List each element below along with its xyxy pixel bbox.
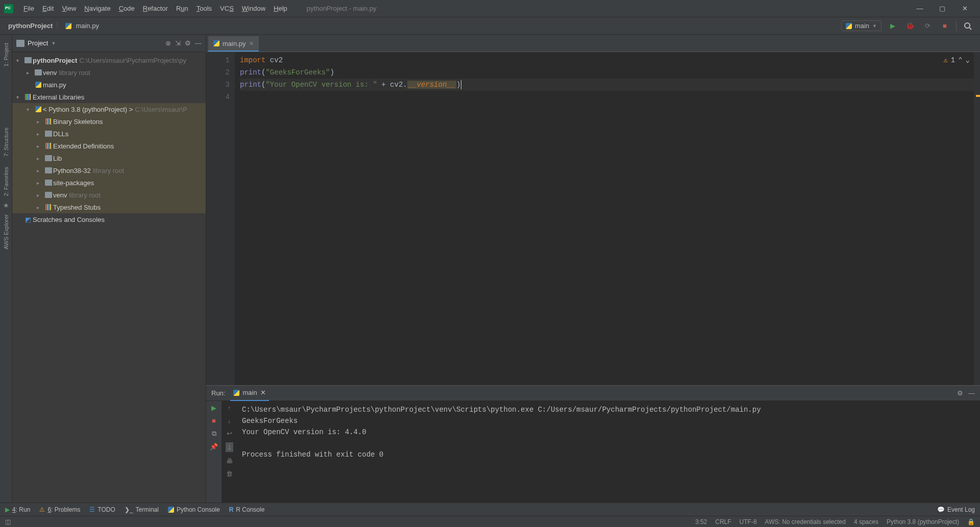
menu-help[interactable]: HelpHelp [270,5,291,12]
layout-button[interactable]: ⧉ [212,430,216,438]
status-caret[interactable]: 3:52 [695,518,707,525]
tree-item[interactable]: ▸venvlibrary root [12,189,206,201]
status-encoding[interactable]: UTF-8 [740,518,757,525]
status-aws[interactable]: AWS: No credentials selected [765,518,846,525]
stop-run-button[interactable]: ■ [212,417,216,424]
soft-wrap-icon[interactable]: ↩ [227,430,232,437]
breadcrumb-project[interactable]: pythonProject [6,22,55,30]
menu-code[interactable]: CodeCode [115,5,139,12]
menu-refactor[interactable]: RefactorRefactor [139,5,172,12]
tree-item[interactable]: ▸Extended Definitions [12,140,206,152]
tab-structure[interactable]: 7: Structure [3,128,9,157]
tree-mainpy[interactable]: main.py [12,79,206,91]
inspection-widget[interactable]: ⚠ 1 ⌃ ⌄ [943,54,970,66]
warning-marker[interactable] [976,95,980,97]
run-with-coverage-button[interactable]: ⟳ [921,20,934,32]
chevron-down-icon[interactable]: ▼ [51,41,56,46]
tree-item[interactable]: ▸Binary Skeletons [12,115,206,128]
gear-icon[interactable]: ⚙ [957,389,963,397]
run-action-toolbar: ▶ ■ ⧉ 📌 [206,401,222,503]
menu-edit[interactable]: EditEdit [38,5,58,12]
tab-problems[interactable]: ⚠6: 6: ProblemsProblems [39,506,80,513]
tab-r-console[interactable]: RR Console [229,506,265,513]
run-label: Run: [211,389,225,397]
gear-icon[interactable]: ⚙ [185,39,191,47]
status-line-sep[interactable]: CRLF [715,518,731,525]
tree-item[interactable]: ▸Lib [12,152,206,164]
hide-icon[interactable]: — [968,389,975,397]
maximize-button[interactable]: ▢ [931,0,953,17]
editor-tab-mainpy[interactable]: main.py ✕ [208,36,259,52]
python-file-icon [65,23,71,29]
run-config-selector[interactable]: main ▼ [841,20,881,31]
tree-scratches[interactable]: ▸ ◩ Scratches and Consoles [12,213,206,225]
close-button[interactable]: ✕ [953,0,976,17]
status-interpreter[interactable]: Python 3.8 (pythonProject) [887,518,959,525]
menu-navigate[interactable]: NavigateNavigate [80,5,114,12]
tree-item[interactable]: ▸Typeshed Stubs [12,201,206,213]
prev-highlight-icon[interactable]: ⌃ [958,54,962,66]
menu-run[interactable]: RunRun [172,5,192,12]
run-button[interactable]: ▶ [887,20,899,32]
code-content[interactable]: import cv2 print("GeeksForGeeks") print(… [235,52,974,385]
run-console-output[interactable]: C:\Users\msaur\PycharmProjects\pythonPro… [237,401,980,503]
tree-venv[interactable]: ▸ venv library root [12,66,206,79]
event-log-button[interactable]: 💬Event Log [937,506,975,513]
down-stack-icon[interactable]: ↓ [228,417,231,424]
close-tab-icon[interactable]: ✕ [249,40,254,47]
stop-button[interactable]: ■ [939,20,951,32]
scratches-icon: ◩ [23,216,33,223]
menu-window[interactable]: WindowWindow [238,5,270,12]
tab-aws-explorer[interactable]: AWS Explorer [3,214,9,249]
clear-all-icon[interactable]: 🗑 [226,470,233,478]
run-tab-main[interactable]: main ✕ [230,386,268,401]
next-highlight-icon[interactable]: ⌄ [966,54,970,66]
debug-button[interactable]: 🐞 [904,20,916,32]
breadcrumb-file[interactable]: main.py [74,22,101,30]
tree-item[interactable]: ▸DLLs [12,128,206,140]
star-icon: ★ [3,202,9,209]
hide-icon[interactable]: — [195,39,202,47]
locate-icon[interactable]: ⊕ [165,39,171,47]
chevron-down-icon: ▼ [872,23,877,29]
minimize-button[interactable]: — [909,0,931,17]
app-icon [4,4,13,13]
search-everywhere-button[interactable] [962,20,974,32]
tree-python-env[interactable]: ▾ < Python 3.8 (pythonProject) > C:\User… [12,103,206,115]
tree-external-libraries[interactable]: ▾ External Libraries [12,91,206,103]
breadcrumb-separator: 〉 [55,21,63,31]
up-stack-icon[interactable]: ↑ [228,404,231,412]
lock-icon[interactable]: 🔒 [967,518,975,525]
run-config-name: main [855,22,869,30]
menu-vcs[interactable]: VCSVCS [216,5,238,12]
project-tool-window: Project ▼ ⊕ ⇲ ⚙ — ▾ pythonProject C:\Use… [12,35,206,503]
project-panel-title[interactable]: Project [28,39,48,47]
tab-project[interactable]: 1: Project [3,43,9,66]
close-run-tab-icon[interactable]: ✕ [260,389,266,396]
tab-python-console[interactable]: Python Console [168,506,220,513]
svg-line-1 [969,28,971,30]
rerun-button[interactable]: ▶ [211,404,216,412]
menu-view[interactable]: ViewView [58,5,80,12]
tree-item[interactable]: ▸Python38-32library root [12,164,206,177]
python-icon [233,390,239,396]
pin-button[interactable]: 📌 [210,443,218,450]
project-panel-header: Project ▼ ⊕ ⇲ ⚙ — [12,35,206,52]
tab-todo[interactable]: ☰TODO [89,506,115,513]
print-icon[interactable]: 🖶 [226,457,233,465]
menu-file[interactable]: FFileile [19,5,38,12]
tree-item[interactable]: ▸site-packages [12,177,206,189]
tab-favorites[interactable]: 2: Favorites [3,167,9,196]
status-indent[interactable]: 4 spaces [854,518,878,525]
editor-tab-label: main.py [223,40,246,47]
tool-windows-icon[interactable]: ◫ [5,518,11,525]
expand-all-icon[interactable]: ⇲ [175,39,181,47]
scroll-to-end-icon[interactable]: ⤓ [226,442,233,452]
tree-project-root[interactable]: ▾ pythonProject C:\Users\msaur\PycharmPr… [12,54,206,66]
code-editor[interactable]: 1 2 3 4 import cv2 print("GeeksForGeeks"… [206,52,980,385]
tab-run-bottom[interactable]: ▶4: 4: RunRun [5,506,30,513]
tab-terminal[interactable]: ❯_Terminal [125,506,159,513]
error-stripe[interactable] [974,52,980,385]
menu-tools[interactable]: ToolsTools [192,5,216,12]
project-tree[interactable]: ▾ pythonProject C:\Users\msaur\PycharmPr… [12,52,206,503]
